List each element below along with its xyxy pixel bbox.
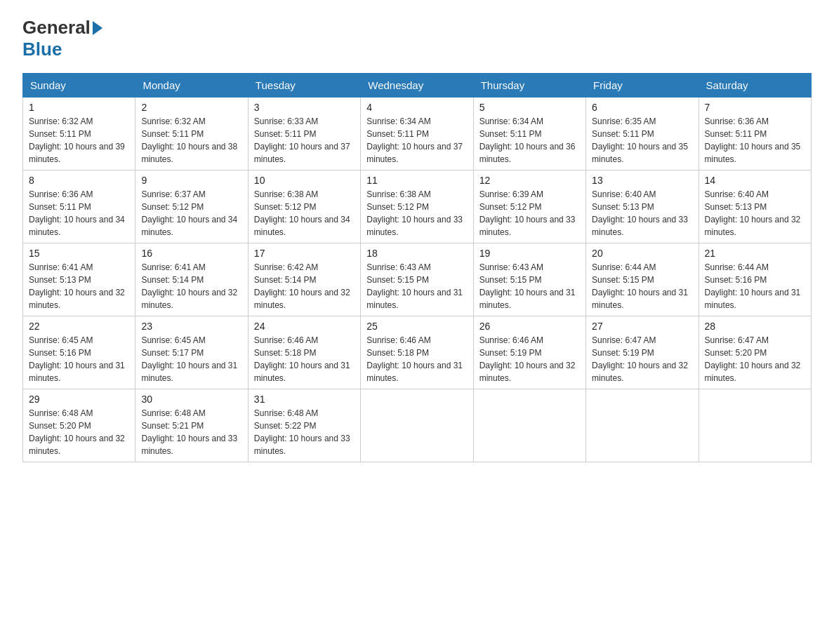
day-info: Sunrise: 6:34 AMSunset: 5:11 PMDaylight:… [479,115,580,166]
calendar-cell: 14Sunrise: 6:40 AMSunset: 5:13 PMDayligh… [699,170,811,243]
calendar-cell: 31Sunrise: 6:48 AMSunset: 5:22 PMDayligh… [248,389,360,462]
day-number: 27 [592,321,692,332]
logo-blue-text: Blue [22,39,62,60]
day-info: Sunrise: 6:40 AMSunset: 5:13 PMDaylight:… [705,188,805,239]
calendar-cell: 3Sunrise: 6:33 AMSunset: 5:11 PMDaylight… [248,98,360,170]
day-number: 6 [592,102,692,113]
day-info: Sunrise: 6:34 AMSunset: 5:11 PMDaylight:… [366,115,467,166]
calendar-header-friday: Friday [586,74,699,98]
day-number: 11 [366,175,467,186]
calendar-cell: 18Sunrise: 6:43 AMSunset: 5:15 PMDayligh… [361,243,473,316]
calendar-header-monday: Monday [135,74,248,98]
day-number: 31 [254,394,355,405]
calendar-cell: 1Sunrise: 6:32 AMSunset: 5:11 PMDaylight… [23,98,135,170]
day-number: 13 [592,175,692,186]
calendar-cell [361,389,473,462]
calendar-cell: 12Sunrise: 6:39 AMSunset: 5:12 PMDayligh… [473,170,585,243]
calendar-cell [473,389,585,462]
day-info: Sunrise: 6:35 AMSunset: 5:11 PMDaylight:… [592,115,692,166]
calendar-header-wednesday: Wednesday [361,74,473,98]
calendar-cell: 17Sunrise: 6:42 AMSunset: 5:14 PMDayligh… [248,243,360,316]
calendar-cell: 24Sunrise: 6:46 AMSunset: 5:18 PMDayligh… [248,316,360,389]
day-info: Sunrise: 6:46 AMSunset: 5:18 PMDaylight:… [366,334,467,384]
day-number: 16 [141,248,241,259]
day-number: 21 [705,248,805,259]
day-number: 26 [479,321,580,332]
day-number: 28 [705,321,805,332]
calendar-cell: 9Sunrise: 6:37 AMSunset: 5:12 PMDaylight… [135,170,248,243]
calendar-cell: 10Sunrise: 6:38 AMSunset: 5:12 PMDayligh… [248,170,360,243]
day-info: Sunrise: 6:47 AMSunset: 5:19 PMDaylight:… [592,334,692,384]
day-number: 1 [29,102,129,113]
calendar-week-row: 29Sunrise: 6:48 AMSunset: 5:20 PMDayligh… [23,389,812,462]
day-info: Sunrise: 6:47 AMSunset: 5:20 PMDaylight:… [705,334,805,384]
calendar-cell: 30Sunrise: 6:48 AMSunset: 5:21 PMDayligh… [135,389,248,462]
day-info: Sunrise: 6:44 AMSunset: 5:16 PMDaylight:… [705,261,805,311]
logo-general-text: General [22,17,91,39]
day-number: 19 [479,248,580,259]
day-info: Sunrise: 6:41 AMSunset: 5:14 PMDaylight:… [141,261,241,311]
calendar-cell: 16Sunrise: 6:41 AMSunset: 5:14 PMDayligh… [135,243,248,316]
calendar-cell: 15Sunrise: 6:41 AMSunset: 5:13 PMDayligh… [23,243,135,316]
calendar-cell: 21Sunrise: 6:44 AMSunset: 5:16 PMDayligh… [699,243,811,316]
calendar-cell: 25Sunrise: 6:46 AMSunset: 5:18 PMDayligh… [361,316,473,389]
day-number: 29 [29,394,129,405]
calendar-week-row: 1Sunrise: 6:32 AMSunset: 5:11 PMDaylight… [23,98,812,170]
calendar-cell: 23Sunrise: 6:45 AMSunset: 5:17 PMDayligh… [135,316,248,389]
day-number: 22 [29,321,129,332]
day-number: 4 [366,102,467,113]
calendar-header-tuesday: Tuesday [248,74,360,98]
day-info: Sunrise: 6:38 AMSunset: 5:12 PMDaylight:… [254,188,355,239]
day-info: Sunrise: 6:36 AMSunset: 5:11 PMDaylight:… [705,115,805,166]
calendar-cell: 22Sunrise: 6:45 AMSunset: 5:16 PMDayligh… [23,316,135,389]
day-info: Sunrise: 6:32 AMSunset: 5:11 PMDaylight:… [29,115,129,166]
day-info: Sunrise: 6:48 AMSunset: 5:20 PMDaylight:… [29,407,129,457]
calendar-cell: 13Sunrise: 6:40 AMSunset: 5:13 PMDayligh… [586,170,699,243]
day-number: 23 [141,321,241,332]
calendar-cell: 7Sunrise: 6:36 AMSunset: 5:11 PMDaylight… [699,98,811,170]
day-number: 25 [366,321,467,332]
day-info: Sunrise: 6:43 AMSunset: 5:15 PMDaylight:… [479,261,580,311]
logo-arrow-icon [93,21,102,35]
calendar-header-thursday: Thursday [473,74,585,98]
calendar-cell [586,389,699,462]
calendar-header-row: SundayMondayTuesdayWednesdayThursdayFrid… [23,74,812,98]
day-number: 7 [705,102,805,113]
calendar-cell: 28Sunrise: 6:47 AMSunset: 5:20 PMDayligh… [699,316,811,389]
calendar-cell: 26Sunrise: 6:46 AMSunset: 5:19 PMDayligh… [473,316,585,389]
day-info: Sunrise: 6:32 AMSunset: 5:11 PMDaylight:… [141,115,241,166]
day-info: Sunrise: 6:48 AMSunset: 5:22 PMDaylight:… [254,407,355,457]
day-info: Sunrise: 6:36 AMSunset: 5:11 PMDaylight:… [29,188,129,239]
day-number: 14 [705,175,805,186]
calendar-week-row: 22Sunrise: 6:45 AMSunset: 5:16 PMDayligh… [23,316,812,389]
day-info: Sunrise: 6:39 AMSunset: 5:12 PMDaylight:… [479,188,580,239]
day-number: 8 [29,175,129,186]
day-info: Sunrise: 6:37 AMSunset: 5:12 PMDaylight:… [141,188,241,239]
calendar-cell: 6Sunrise: 6:35 AMSunset: 5:11 PMDaylight… [586,98,699,170]
day-info: Sunrise: 6:45 AMSunset: 5:17 PMDaylight:… [141,334,241,384]
day-info: Sunrise: 6:48 AMSunset: 5:21 PMDaylight:… [141,407,241,457]
calendar-cell: 19Sunrise: 6:43 AMSunset: 5:15 PMDayligh… [473,243,585,316]
day-number: 20 [592,248,692,259]
calendar-cell: 27Sunrise: 6:47 AMSunset: 5:19 PMDayligh… [586,316,699,389]
day-info: Sunrise: 6:41 AMSunset: 5:13 PMDaylight:… [29,261,129,311]
day-number: 15 [29,248,129,259]
calendar-cell: 20Sunrise: 6:44 AMSunset: 5:15 PMDayligh… [586,243,699,316]
day-info: Sunrise: 6:44 AMSunset: 5:15 PMDaylight:… [592,261,692,311]
day-info: Sunrise: 6:46 AMSunset: 5:19 PMDaylight:… [479,334,580,384]
calendar-table: SundayMondayTuesdayWednesdayThursdayFrid… [22,73,812,462]
calendar-cell: 11Sunrise: 6:38 AMSunset: 5:12 PMDayligh… [361,170,473,243]
day-number: 2 [141,102,241,113]
calendar-week-row: 8Sunrise: 6:36 AMSunset: 5:11 PMDaylight… [23,170,812,243]
day-number: 30 [141,394,241,405]
calendar-header-sunday: Sunday [23,74,135,98]
calendar-header-saturday: Saturday [699,74,811,98]
day-number: 9 [141,175,241,186]
day-info: Sunrise: 6:46 AMSunset: 5:18 PMDaylight:… [254,334,355,384]
day-info: Sunrise: 6:43 AMSunset: 5:15 PMDaylight:… [366,261,467,311]
logo: General Blue [22,17,105,60]
calendar-cell: 8Sunrise: 6:36 AMSunset: 5:11 PMDaylight… [23,170,135,243]
day-number: 10 [254,175,355,186]
day-number: 24 [254,321,355,332]
day-number: 5 [479,102,580,113]
